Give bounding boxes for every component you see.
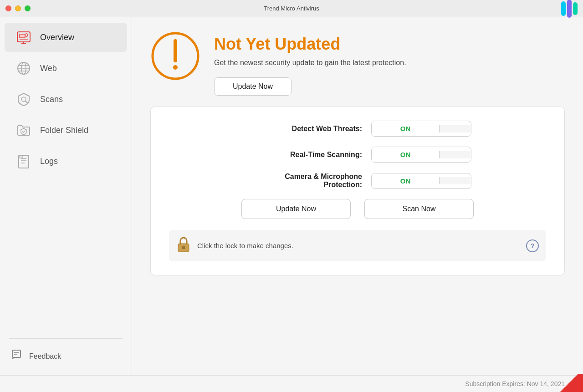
logs-icon bbox=[15, 153, 32, 169]
camera-mic-protection-off[interactable] bbox=[439, 177, 471, 184]
lock-icon[interactable] bbox=[176, 235, 191, 256]
sidebar-item-scans[interactable]: Scans bbox=[5, 85, 127, 114]
red-corner-decoration bbox=[556, 374, 583, 392]
detect-web-threats-on[interactable]: ON bbox=[372, 121, 439, 136]
real-time-scanning-row: Real-Time Scanning: ON bbox=[169, 147, 546, 163]
detect-web-threats-label: Detect Web Threats: bbox=[244, 125, 362, 133]
main-content: Not Yet Updated Get the newest security … bbox=[132, 17, 583, 375]
help-button[interactable]: ? bbox=[526, 239, 539, 252]
bottom-bar: Subscription Expires: Nov 14, 2021 bbox=[0, 375, 583, 392]
update-now-top-button[interactable]: Update Now bbox=[214, 77, 292, 96]
sidebar-item-web[interactable]: Web bbox=[5, 54, 127, 83]
logo-bar-1 bbox=[561, 1, 566, 16]
svg-rect-1 bbox=[20, 34, 25, 38]
sidebar-label-scans: Scans bbox=[40, 95, 63, 104]
app-logo bbox=[561, 0, 578, 18]
close-button[interactable] bbox=[5, 5, 11, 11]
sidebar-item-logs[interactable]: Logs bbox=[5, 147, 127, 176]
sidebar-item-overview[interactable]: Overview bbox=[5, 23, 127, 52]
update-now-panel-button[interactable]: Update Now bbox=[241, 199, 351, 219]
detect-web-threats-toggle[interactable]: ON bbox=[371, 121, 471, 137]
alert-description: Get the newest security update to gain t… bbox=[214, 57, 442, 68]
camera-mic-protection-row: Camera & Microphone Protection: ON bbox=[169, 173, 546, 189]
real-time-scanning-toggle[interactable]: ON bbox=[371, 147, 471, 163]
scan-now-panel-button[interactable]: Scan Now bbox=[364, 199, 474, 219]
sidebar-item-feedback[interactable]: Feedback bbox=[0, 342, 132, 371]
alert-text: Not Yet Updated Get the newest security … bbox=[214, 31, 565, 96]
sidebar-item-folder-shield[interactable]: Folder Shield bbox=[5, 116, 127, 145]
svg-rect-28 bbox=[182, 246, 185, 249]
logo-bar-2 bbox=[567, 0, 572, 18]
svg-rect-19 bbox=[12, 350, 20, 357]
maximize-button[interactable] bbox=[25, 5, 31, 11]
detect-web-threats-row: Detect Web Threats: ON bbox=[169, 121, 546, 137]
alert-icon-container bbox=[150, 31, 200, 83]
app-body: Overview Web bbox=[0, 17, 583, 375]
sidebar-label-logs: Logs bbox=[40, 157, 58, 166]
logo-bar-3 bbox=[573, 2, 578, 15]
overview-icon bbox=[15, 29, 32, 46]
real-time-scanning-off[interactable] bbox=[439, 151, 471, 158]
subscription-text: Subscription Expires: Nov 14, 2021 bbox=[465, 380, 565, 387]
scans-icon bbox=[15, 91, 32, 107]
alert-title: Not Yet Updated bbox=[214, 35, 565, 54]
panel-buttons: Update Now Scan Now bbox=[169, 199, 546, 219]
feedback-label: Feedback bbox=[29, 352, 61, 361]
real-time-scanning-label: Real-Time Scanning: bbox=[244, 151, 362, 159]
sidebar-label-web: Web bbox=[40, 64, 57, 73]
sidebar: Overview Web bbox=[0, 17, 132, 375]
sidebar-divider bbox=[9, 338, 123, 339]
camera-mic-protection-label: Camera & Microphone Protection: bbox=[244, 173, 362, 189]
traffic-lights bbox=[5, 5, 31, 11]
titlebar: Trend Micro Antivirus bbox=[0, 0, 583, 17]
lock-row: Click the lock to make changes. ? bbox=[169, 230, 546, 261]
svg-line-13 bbox=[26, 101, 28, 103]
settings-panel: Detect Web Threats: ON Real-Time Scannin… bbox=[150, 107, 565, 275]
alert-section: Not Yet Updated Get the newest security … bbox=[150, 31, 565, 96]
web-icon bbox=[15, 60, 32, 76]
window-title: Trend Micro Antivirus bbox=[264, 5, 319, 12]
detect-web-threats-off[interactable] bbox=[439, 125, 471, 132]
sidebar-label-folder-shield: Folder Shield bbox=[40, 126, 88, 135]
svg-point-2 bbox=[25, 34, 28, 36]
sidebar-label-overview: Overview bbox=[40, 33, 74, 42]
real-time-scanning-on[interactable]: ON bbox=[372, 147, 439, 162]
minimize-button[interactable] bbox=[15, 5, 21, 11]
feedback-icon bbox=[11, 349, 24, 364]
folder-shield-icon bbox=[15, 122, 32, 138]
camera-mic-protection-toggle[interactable]: ON bbox=[371, 173, 471, 189]
lock-text: Click the lock to make changes. bbox=[197, 242, 520, 249]
camera-mic-protection-on[interactable]: ON bbox=[372, 173, 439, 188]
svg-rect-18 bbox=[19, 156, 23, 158]
svg-point-26 bbox=[173, 65, 178, 70]
